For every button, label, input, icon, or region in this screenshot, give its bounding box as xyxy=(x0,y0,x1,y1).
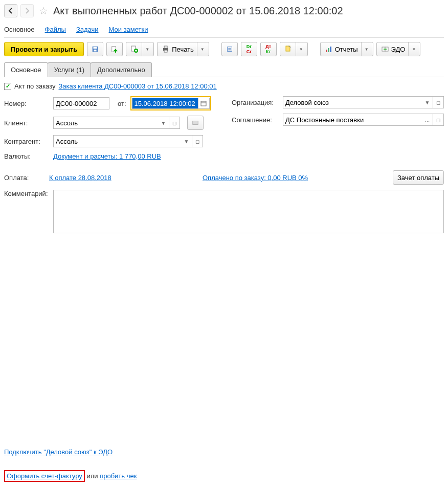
calendar-button[interactable] xyxy=(198,98,210,109)
payment-label: Оплата: xyxy=(4,174,49,182)
toolbar: Провести и закрыть ▼ Печать ▼ DrCr ДтКт … xyxy=(4,42,444,56)
tab-extra[interactable]: Дополнительно xyxy=(91,62,152,77)
svg-rect-8 xyxy=(164,50,167,52)
chevron-down-icon: ▼ xyxy=(296,42,303,56)
svg-rect-21 xyxy=(193,121,198,125)
page-title: Акт выполненных работ ДС00-000002 от 15.… xyxy=(53,5,343,17)
client-card-button[interactable] xyxy=(187,116,204,130)
comment-label: Комментарий: xyxy=(4,190,49,197)
drcr-icon: DrCr xyxy=(247,44,252,54)
nav-tasks[interactable]: Задачи xyxy=(76,26,99,33)
order-link[interactable]: Заказ клиента ДС00-000003 от 15.06.2018 … xyxy=(59,82,217,90)
svg-rect-7 xyxy=(164,46,167,48)
tab-main[interactable]: Основное xyxy=(4,62,48,77)
svg-rect-1 xyxy=(94,47,97,49)
org-input[interactable] xyxy=(283,96,422,108)
chevron-down-icon: ▼ xyxy=(197,42,205,56)
date-input[interactable] xyxy=(132,98,198,109)
print-button[interactable]: Печать ▼ xyxy=(157,42,209,56)
svg-rect-2 xyxy=(94,50,97,52)
chart-icon xyxy=(325,45,333,53)
favorite-star-icon[interactable]: ☆ xyxy=(39,5,48,17)
tab-services[interactable]: Услуги (1) xyxy=(48,62,91,77)
paid-link[interactable]: Оплачено по заказу: 0,00 RUB 0% xyxy=(203,174,393,182)
edo-button[interactable]: ЭДО ▼ xyxy=(376,42,421,56)
svg-rect-15 xyxy=(328,48,329,52)
svg-rect-19 xyxy=(201,101,206,106)
contractor-dropdown[interactable]: ▼ xyxy=(181,135,192,147)
post-button[interactable] xyxy=(106,42,123,56)
edo-icon xyxy=(381,45,389,53)
comment-input[interactable] xyxy=(53,190,444,233)
date-label: от: xyxy=(118,100,126,107)
contractor-input[interactable] xyxy=(53,135,181,147)
arrow-right-icon xyxy=(23,7,31,15)
chevron-down-icon: ▼ xyxy=(142,42,149,56)
save-button[interactable] xyxy=(87,42,103,56)
org-dropdown[interactable]: ▼ xyxy=(422,96,433,108)
currency-link[interactable]: Документ и расчеты: 1 770,00 RUB xyxy=(53,152,161,160)
svg-rect-13 xyxy=(286,46,290,51)
chevron-down-icon: ▼ xyxy=(361,42,369,56)
org-label: Организация: xyxy=(232,99,279,106)
currency-label: Валюты: xyxy=(4,152,49,160)
floppy-icon xyxy=(92,45,99,53)
dr-cr-button[interactable]: DrCr xyxy=(241,42,257,56)
calendar-icon xyxy=(200,100,207,106)
printer-icon xyxy=(162,45,170,53)
doc-plus-icon xyxy=(130,45,139,53)
client-input[interactable] xyxy=(53,117,158,129)
tabs: Основное Услуги (1) Дополнительно xyxy=(4,62,444,77)
agreement-more[interactable]: … xyxy=(422,114,433,126)
top-nav: Основное Файлы Задачи Мои заметки xyxy=(4,23,444,38)
act-by-order-checkbox[interactable]: ✓ xyxy=(4,83,11,90)
create-based-on-button[interactable]: ▼ xyxy=(126,42,154,56)
forward-button[interactable] xyxy=(20,4,34,17)
svg-rect-16 xyxy=(330,47,331,52)
svg-rect-14 xyxy=(326,50,327,52)
clip-icon xyxy=(284,45,293,53)
arrow-left-icon xyxy=(7,7,15,15)
back-button[interactable] xyxy=(4,4,17,17)
contractor-open[interactable]: ◻ xyxy=(192,135,203,147)
client-label: Клиент: xyxy=(4,119,49,127)
post-and-close-button[interactable]: Провести и закрыть xyxy=(4,42,84,56)
dt-kt-button[interactable]: ДтКт xyxy=(260,42,277,56)
list-icon xyxy=(226,45,233,53)
nav-notes[interactable]: Мои заметки xyxy=(109,26,148,33)
agreement-label: Соглашение: xyxy=(232,116,279,124)
chevron-down-icon: ▼ xyxy=(408,42,416,56)
post-icon xyxy=(111,45,118,53)
org-open[interactable]: ◻ xyxy=(433,96,444,108)
act-by-order-label: Акт по заказу xyxy=(14,82,56,90)
card-icon xyxy=(192,119,199,127)
list-button[interactable] xyxy=(221,42,238,56)
number-label: Номер: xyxy=(4,100,49,107)
contractor-label: Контрагент: xyxy=(4,138,49,145)
agreement-input[interactable] xyxy=(283,114,422,126)
edo-label: ЭДО xyxy=(391,46,406,53)
payment-link[interactable]: К оплате 28.08.2018 xyxy=(49,174,203,182)
client-dropdown[interactable]: ▼ xyxy=(158,117,169,129)
print-label: Печать xyxy=(172,46,194,53)
client-open[interactable]: ◻ xyxy=(169,117,180,129)
dtkt-icon: ДтКт xyxy=(265,44,271,54)
offset-payment-button[interactable]: Зачет оплаты xyxy=(393,170,444,185)
nav-main[interactable]: Основное xyxy=(4,26,35,33)
attach-button[interactable]: ▼ xyxy=(280,42,308,56)
number-input[interactable] xyxy=(53,97,109,109)
reports-label: Отчеты xyxy=(335,46,358,53)
nav-files[interactable]: Файлы xyxy=(45,26,66,33)
agreement-open[interactable]: ◻ xyxy=(433,114,444,126)
reports-button[interactable]: Отчеты ▼ xyxy=(320,42,373,56)
